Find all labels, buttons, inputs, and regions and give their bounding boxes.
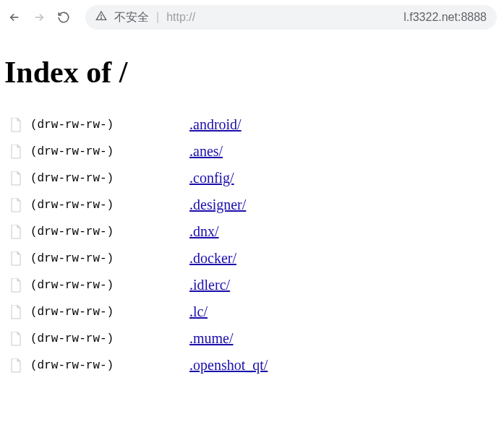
file-icon [10, 118, 22, 132]
listing-row: (drw-rw-rw-).openshot_qt/ [4, 352, 500, 379]
svg-point-1 [101, 18, 101, 19]
browser-toolbar: 不安全 | http:// l.f3322.net:8888 [0, 0, 504, 35]
file-icon [10, 225, 22, 239]
permissions: (drw-rw-rw-) [30, 225, 189, 238]
file-icon [10, 251, 22, 266]
divider: | [156, 11, 159, 24]
address-bar[interactable]: 不安全 | http:// l.f3322.net:8888 [85, 5, 497, 30]
file-icon [10, 145, 22, 159]
url-protocol: http:// [166, 11, 195, 24]
file-icon [10, 171, 22, 186]
page-content: Index of / (drw-rw-rw-).android/ (drw-rw… [0, 35, 504, 386]
directory-link[interactable]: .lc/ [189, 303, 208, 320]
permissions: (drw-rw-rw-) [30, 332, 189, 345]
listing-row: (drw-rw-rw-).designer/ [4, 191, 500, 218]
directory-link[interactable]: .anes/ [189, 143, 223, 160]
directory-link[interactable]: .mume/ [189, 330, 234, 347]
listing-row: (drw-rw-rw-).mume/ [4, 325, 500, 352]
directory-link[interactable]: .config/ [189, 170, 234, 186]
file-icon [10, 278, 22, 293]
directory-link[interactable]: .idlerc/ [189, 277, 230, 293]
listing-row: (drw-rw-rw-).android/ [4, 111, 500, 138]
permissions: (drw-rw-rw-) [30, 145, 189, 158]
directory-link[interactable]: .designer/ [189, 197, 246, 213]
page-title: Index of / [4, 55, 500, 90]
not-secure-icon [95, 10, 107, 25]
directory-link[interactable]: .openshot_qt/ [189, 357, 268, 374]
back-button[interactable] [7, 10, 22, 25]
permissions: (drw-rw-rw-) [30, 199, 189, 212]
forward-button[interactable] [32, 10, 46, 25]
permissions: (drw-rw-rw-) [30, 119, 189, 132]
listing-row: (drw-rw-rw-).anes/ [4, 138, 500, 165]
file-icon [10, 305, 22, 319]
url-host: l.f3322.net:8888 [403, 11, 487, 24]
permissions: (drw-rw-rw-) [30, 306, 189, 319]
directory-link[interactable]: .dnx/ [189, 223, 219, 240]
listing-row: (drw-rw-rw-).config/ [4, 165, 500, 191]
directory-listing: (drw-rw-rw-).android/ (drw-rw-rw-).anes/… [4, 111, 500, 379]
directory-link[interactable]: .docker/ [189, 250, 236, 267]
listing-row: (drw-rw-rw-).lc/ [4, 298, 500, 325]
security-label: 不安全 [114, 10, 149, 25]
permissions: (drw-rw-rw-) [30, 359, 189, 372]
permissions: (drw-rw-rw-) [30, 252, 189, 265]
permissions: (drw-rw-rw-) [30, 279, 189, 292]
file-icon [10, 198, 22, 212]
listing-row: (drw-rw-rw-).dnx/ [4, 218, 500, 245]
listing-row: (drw-rw-rw-).idlerc/ [4, 272, 500, 298]
reload-button[interactable] [56, 10, 71, 25]
file-icon [10, 332, 22, 346]
directory-link[interactable]: .android/ [189, 116, 242, 133]
permissions: (drw-rw-rw-) [30, 172, 189, 185]
listing-row: (drw-rw-rw-).docker/ [4, 245, 500, 272]
file-icon [10, 358, 22, 373]
